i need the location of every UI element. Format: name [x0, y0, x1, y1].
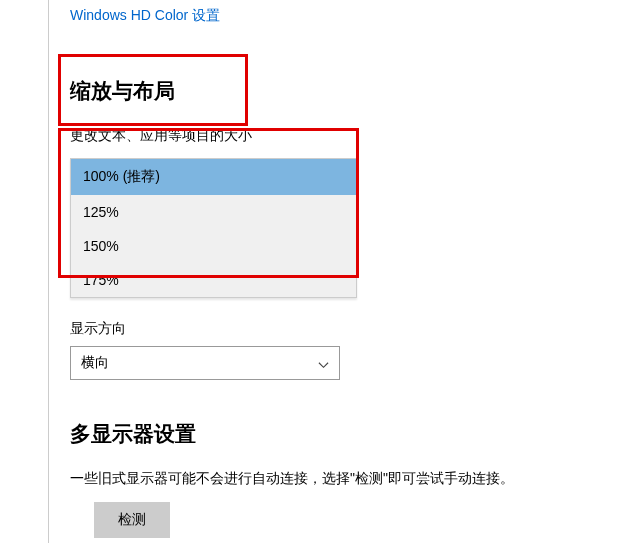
orientation-value: 横向: [81, 354, 109, 372]
scale-option-3[interactable]: 175%: [71, 263, 356, 297]
multimonitor-body: 一些旧式显示器可能不会进行自动连接，选择"检测"即可尝试手动连接。: [70, 470, 633, 488]
multimonitor-heading: 多显示器设置: [70, 416, 633, 448]
scale-option-0[interactable]: 100% (推荐): [71, 159, 356, 195]
detect-button[interactable]: 检测: [94, 502, 170, 538]
hdcolor-link[interactable]: Windows HD Color 设置: [70, 7, 220, 25]
orientation-label: 显示方向: [70, 320, 633, 338]
scale-dropdown[interactable]: 100% (推荐) 125% 150% 175%: [70, 158, 357, 298]
scale-option-2[interactable]: 150%: [71, 229, 356, 263]
scale-label: 更改文本、应用等项目的大小: [70, 127, 633, 145]
chevron-down-icon: [318, 358, 329, 369]
orientation-combobox[interactable]: 横向: [70, 346, 340, 380]
scale-option-1[interactable]: 125%: [71, 195, 356, 229]
scale-heading: 缩放与布局: [70, 73, 633, 105]
